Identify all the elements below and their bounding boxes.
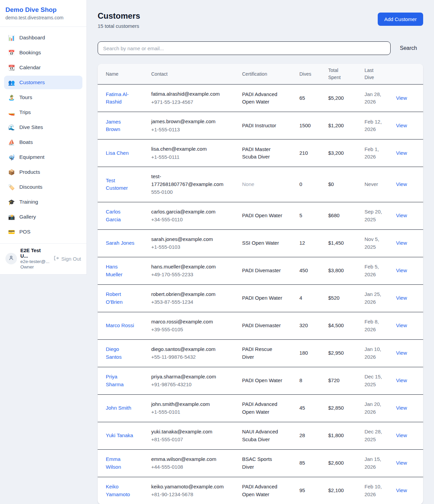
shop-domain: demo.test.divestreams.com xyxy=(5,15,81,20)
page-title: Customers xyxy=(98,11,140,21)
sidebar-item-trips[interactable]: 🚤 Trips xyxy=(4,106,82,119)
customer-name-link[interactable]: Robert O'Brien xyxy=(106,291,135,306)
customer-name-link[interactable]: Keiko Yamamoto xyxy=(106,483,135,498)
camera-icon: 📸 xyxy=(8,214,15,220)
last-dive-cell: Feb 8, 2026 xyxy=(360,312,392,339)
view-link[interactable]: View xyxy=(396,432,407,438)
table-row: John Smith john.smith@example.com +1-555… xyxy=(98,394,423,422)
contact-cell: carlos.garcia@example.com +34-555-0110 xyxy=(147,202,238,229)
user-box: E2E Test U... e2e-tester@... Owner Sign … xyxy=(0,243,86,274)
column-header xyxy=(392,64,423,85)
view-link[interactable]: View xyxy=(396,181,407,187)
sign-out-button[interactable]: Sign Out xyxy=(53,255,81,262)
logout-icon xyxy=(53,255,59,262)
customer-phone: +1-555-0111 xyxy=(151,153,224,161)
customer-email: marco.rossi@example.com xyxy=(151,318,224,326)
total-spent-cell: $1,800 xyxy=(324,422,360,449)
sidebar-item-boats[interactable]: ⛵ Boats xyxy=(4,135,82,149)
contact-cell: robert.obrien@example.com +353-87-555-12… xyxy=(147,284,238,312)
table-row: Emma Wilson emma.wilson@example.com +44-… xyxy=(98,449,423,477)
customer-name-link[interactable]: Priya Sharma xyxy=(106,373,135,388)
customer-phone: +39-555-0105 xyxy=(151,326,224,334)
customer-email: sarah.jones@example.com xyxy=(151,236,224,243)
certification-cell: SSI Open Water xyxy=(238,229,295,257)
total-spent-cell: $1,200 xyxy=(324,112,360,139)
customer-count: 15 total customers xyxy=(98,23,140,29)
sidebar-item-customers[interactable]: 👥 Customers xyxy=(4,76,82,89)
sidebar-item-pos[interactable]: 💳 POS xyxy=(4,225,82,239)
certification-cell: PADI Open Water xyxy=(238,202,295,229)
dives-cell: 210 xyxy=(295,139,324,167)
customer-name-link[interactable]: John Smith xyxy=(106,404,131,412)
last-dive-cell: Jan 25, 2026 xyxy=(360,284,392,312)
view-link[interactable]: View xyxy=(396,350,407,356)
column-header: Dives xyxy=(295,64,324,85)
total-spent-cell: $5,200 xyxy=(324,85,360,112)
view-link[interactable]: View xyxy=(396,240,407,246)
customer-phone: +353-87-555-1234 xyxy=(151,298,224,306)
sidebar-item-label: Customers xyxy=(19,79,45,86)
view-link[interactable]: View xyxy=(396,150,407,156)
sidebar-item-discounts[interactable]: 🏷️ Discounts xyxy=(4,180,82,194)
customer-name-link[interactable]: Marco Rossi xyxy=(106,322,134,330)
customer-name-link[interactable]: Test Customer xyxy=(106,177,135,192)
bar-chart-icon: 📊 xyxy=(8,35,15,41)
customer-name-link[interactable]: Hans Mueller xyxy=(106,263,135,278)
view-link[interactable]: View xyxy=(396,322,407,328)
view-link[interactable]: View xyxy=(396,123,407,128)
customer-name-link[interactable]: Sarah Jones xyxy=(106,239,134,247)
customer-name-link[interactable]: Emma Wilson xyxy=(106,455,135,471)
customer-name-link[interactable]: Diego Santos xyxy=(106,346,135,361)
sidebar-item-gallery[interactable]: 📸 Gallery xyxy=(4,210,82,224)
total-spent-cell: $520 xyxy=(324,284,360,312)
sidebar-item-bookings[interactable]: 📅 Bookings xyxy=(4,46,82,59)
last-dive-cell: Dec 15, 2025 xyxy=(360,367,392,394)
sidebar-item-dive-sites[interactable]: 🌊 Dive Sites xyxy=(4,120,82,134)
sidebar-item-calendar[interactable]: 📆 Calendar xyxy=(4,61,82,74)
customer-name-link[interactable]: Yuki Tanaka xyxy=(106,432,133,440)
customer-name-link[interactable]: James Brown xyxy=(106,118,135,133)
certification-cell: PADI Master Scuba Diver xyxy=(238,139,295,167)
view-link[interactable]: View xyxy=(396,405,407,411)
view-link[interactable]: View xyxy=(396,487,407,493)
column-header: Name xyxy=(98,64,147,85)
view-link[interactable]: View xyxy=(396,460,407,466)
view-link[interactable]: View xyxy=(396,377,407,383)
customer-email: lisa.chen@example.com xyxy=(151,145,224,153)
view-link[interactable]: View xyxy=(396,212,407,218)
dives-cell: 65 xyxy=(295,85,324,112)
sidebar-item-label: Equipment xyxy=(19,154,44,160)
island-icon: 🏝️ xyxy=(8,94,15,101)
last-dive-cell: Dec 28, 2025 xyxy=(360,422,392,449)
customer-email: robert.obrien@example.com xyxy=(151,291,224,298)
search-input[interactable] xyxy=(98,41,391,55)
customer-phone: +971-55-123-4567 xyxy=(151,98,224,106)
sidebar-item-equipment[interactable]: 🤿 Equipment xyxy=(4,150,82,164)
sidebar-item-products[interactable]: 📦 Products xyxy=(4,165,82,179)
customer-name-link[interactable]: Lisa Chen xyxy=(106,149,129,157)
sidebar-item-training[interactable]: 🎓 Training xyxy=(4,195,82,209)
add-customer-button[interactable]: Add Customer xyxy=(378,13,423,26)
sidebar-item-dashboard[interactable]: 📊 Dashboard xyxy=(4,31,82,44)
sidebar-nav: 📊 Dashboard 📅 Bookings 📆 Calendar 👥 Cust… xyxy=(0,27,86,243)
view-link[interactable]: View xyxy=(396,267,407,273)
sidebar-item-label: Discounts xyxy=(19,184,42,190)
sidebar-item-tours[interactable]: 🏝️ Tours xyxy=(4,91,82,104)
speedboat-icon: 🚤 xyxy=(8,109,15,116)
page-header: Customers 15 total customers Add Custome… xyxy=(98,11,423,29)
customer-name-link[interactable]: Carlos Garcia xyxy=(106,208,135,223)
view-link[interactable]: View xyxy=(396,295,407,301)
view-link[interactable]: View xyxy=(396,95,407,101)
table-row: Hans Mueller hans.mueller@example.com +4… xyxy=(98,257,423,284)
customer-phone: +81-555-0107 xyxy=(151,436,224,444)
search-button[interactable]: Search xyxy=(400,45,417,51)
total-spent-cell: $2,950 xyxy=(324,339,360,367)
credit-card-icon: 💳 xyxy=(8,229,15,235)
last-dive-cell: Never xyxy=(360,167,392,202)
table-row: Fatima Al-Rashid fatima.alrashid@example… xyxy=(98,85,423,112)
customer-name-link[interactable]: Fatima Al-Rashid xyxy=(106,91,135,106)
sidebar-item-label: Training xyxy=(19,199,38,205)
sailboat-icon: ⛵ xyxy=(8,139,15,146)
avatar xyxy=(5,253,17,264)
customer-phone: +1-555-0103 xyxy=(151,243,224,251)
